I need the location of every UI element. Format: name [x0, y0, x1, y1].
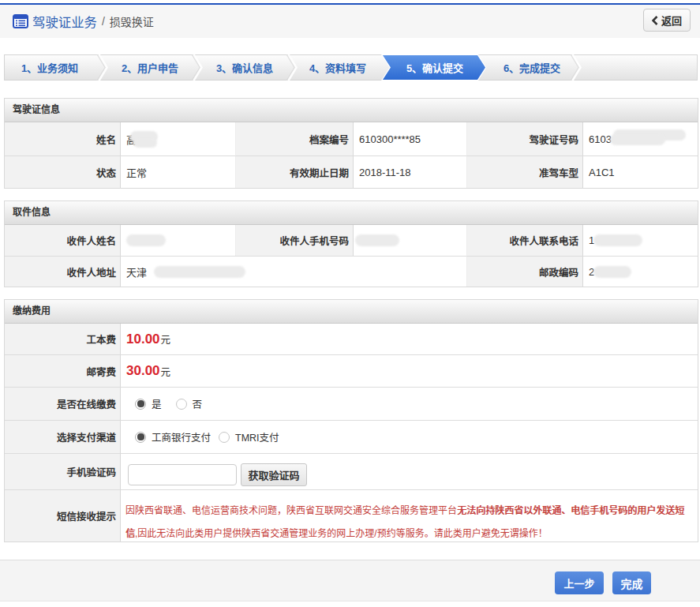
svg-text:2、用户申告: 2、用户申告 [122, 62, 178, 74]
svg-text:5、确认提交: 5、确认提交 [406, 62, 463, 74]
svg-text:3、确认信息: 3、确认信息 [216, 62, 273, 74]
svg-text:1、业务须知: 1、业务须知 [21, 62, 78, 74]
svg-text:6、完成提交: 6、完成提交 [503, 62, 560, 74]
svg-text:4、资料填写: 4、资料填写 [309, 62, 366, 74]
